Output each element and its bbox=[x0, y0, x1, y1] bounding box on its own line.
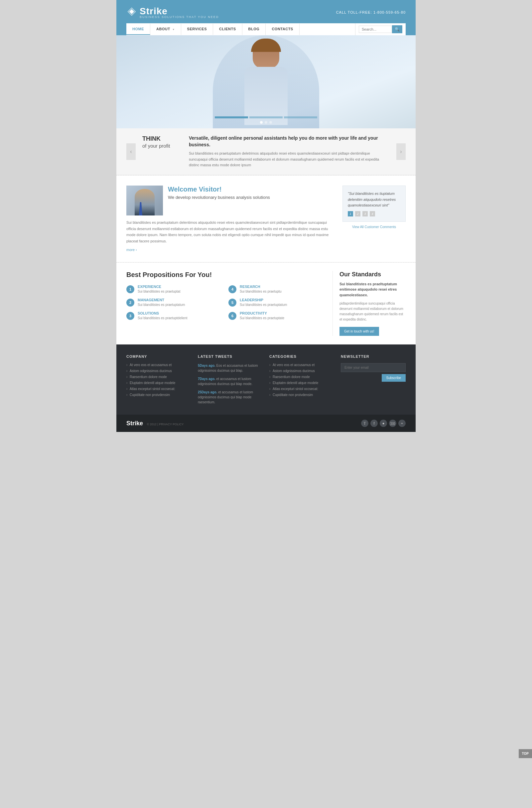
newsletter-email-input[interactable] bbox=[341, 363, 406, 372]
twitter-icon[interactable]: 𝕋 bbox=[361, 420, 368, 427]
hero-progress-bars bbox=[215, 116, 317, 118]
footer-copy: © 2012 | PRIVACY POLICY bbox=[147, 423, 184, 426]
tweet-item-1: 5Days ago. Eos et accusamus et lustom od… bbox=[198, 363, 263, 373]
footer-cat-link-3[interactable]: Raesentium dolore mode bbox=[269, 375, 334, 379]
standards-intro: Sui blanditistes es praeltuptatum enitim… bbox=[340, 281, 406, 298]
progress-bar-3 bbox=[284, 116, 317, 118]
prop-desc-2: Sui blanditistes es praetuptatum bbox=[137, 303, 185, 307]
footer-cat-link-6[interactable]: Cupiditate non proivdensim bbox=[269, 393, 334, 397]
footer-categories-list: At vero eos et accusamus et Astom odgnis… bbox=[269, 363, 334, 397]
logo: Strike BUSINESS SOLUTIONS THAT YOU NEED bbox=[126, 6, 219, 19]
footer-company-heading: COMPANY bbox=[126, 354, 191, 359]
rss-icon[interactable]: )))) bbox=[389, 420, 396, 427]
slider-content: THINK of your profit Versatile, diligent… bbox=[136, 135, 396, 168]
header: Strike BUSINESS SOLUTIONS THAT YOU NEED … bbox=[116, 0, 416, 35]
view-comments-link[interactable]: View All Customer Comments bbox=[343, 225, 406, 229]
prop-desc-3: Sui blanditistes es praetuptdelient bbox=[137, 316, 187, 320]
footer-bottom-left: Strike © 2012 | PRIVACY POLICY bbox=[126, 420, 184, 427]
nav-item-blog[interactable]: BLOG bbox=[242, 24, 266, 35]
prop-item-2: 2 MANAGEMENT Sui blanditistes es praetup… bbox=[126, 298, 224, 307]
footer-company-link-5[interactable]: Atlas excepturi sintol occsecat: bbox=[126, 387, 191, 391]
slider-heading: Versatile, diligent online personal assi… bbox=[189, 135, 390, 148]
welcome-right: "Sui blanditistes es tiuptatum delenitim… bbox=[343, 186, 406, 252]
tweet-item-2: 7Days ago. et accusamus et lustom odgnis… bbox=[198, 377, 263, 386]
prop-desc-5: Sui blanditistes es praetuptatum bbox=[240, 303, 287, 307]
slider-text: Sui blanditistes es praetuptatum deletri… bbox=[189, 151, 390, 168]
slider-prev-button[interactable]: ‹ bbox=[126, 143, 136, 160]
testimonial-page-2[interactable]: 2 bbox=[355, 211, 361, 217]
header-top: Strike BUSINESS SOLUTIONS THAT YOU NEED … bbox=[126, 6, 406, 23]
prop-desc-6: Sui blanditistes es praetuptate bbox=[240, 316, 284, 320]
prop-item-3: 3 SOLUTIONS Sui blanditistes es praetupt… bbox=[126, 311, 224, 320]
dot-3[interactable] bbox=[269, 121, 272, 124]
testimonial-text: "Sui blanditistes es tiuptatum delenitim… bbox=[348, 191, 400, 208]
prop-num-1: 1 bbox=[126, 285, 134, 293]
footer-categories-col: CATEGORIES At vero eos et accusamus et A… bbox=[269, 354, 334, 408]
nav: HOME ABOUT ▼ SERVICES CLIENTS BLOG CONTA… bbox=[126, 23, 406, 35]
logo-icon bbox=[126, 7, 137, 18]
page-wrapper: Strike BUSINESS SOLUTIONS THAT YOU NEED … bbox=[116, 0, 416, 432]
propositions-section: Best Propositions For You! 1 EXPERIENCE … bbox=[116, 263, 416, 345]
prop-num-6: 6 bbox=[228, 312, 236, 320]
footer-cat-link-5[interactable]: Atlas excepturi sintol occsecat: bbox=[269, 387, 334, 391]
tweet-item-3: 25Days ago. et accusamus et lustom odgni… bbox=[198, 390, 263, 405]
prop-item-1: 1 EXPERIENCE Sui blanditistes es praetup… bbox=[126, 284, 224, 293]
tweet-time-2: 7Days ago. bbox=[198, 377, 216, 381]
plus-icon[interactable]: + bbox=[398, 420, 406, 427]
logo-text: Strike bbox=[140, 6, 168, 16]
footer-bottom: Strike © 2012 | PRIVACY POLICY 𝕋 f ● )))… bbox=[116, 415, 416, 432]
search-button[interactable]: 🔍 bbox=[392, 25, 402, 33]
progress-bar-2 bbox=[250, 116, 282, 118]
welcome-body-text: Sui blanditistes es praetuptatum delenti… bbox=[126, 219, 332, 244]
prop-label-6: PRODUCTIVITY bbox=[240, 311, 284, 315]
testimonial-page-1[interactable]: 1 bbox=[348, 211, 353, 217]
footer-company-link-1[interactable]: At vero eos et accusamus et bbox=[126, 363, 191, 367]
welcome-subheading: We develop revolutionary business analys… bbox=[168, 195, 270, 200]
testimonial-page-4[interactable]: 4 bbox=[370, 211, 375, 217]
nav-item-clients[interactable]: CLIENTS bbox=[213, 24, 242, 35]
search-input[interactable] bbox=[359, 25, 392, 33]
slider-next-button[interactable]: › bbox=[396, 143, 406, 160]
welcome-heading: Welcome Visitor! bbox=[168, 186, 270, 193]
prop-num-2: 2 bbox=[126, 299, 134, 307]
footer-company-link-3[interactable]: Raesentium dolore mode bbox=[126, 375, 191, 379]
get-touch-button[interactable]: Get in touch with us! bbox=[340, 327, 379, 336]
welcome-section: Welcome Visitor! We develop revolutionar… bbox=[116, 176, 416, 262]
prop-item-5: 5 LEADERSHIP Sui blanditistes es praetup… bbox=[228, 298, 326, 307]
logo-tagline: BUSINESS SOLUTIONS THAT YOU NEED bbox=[140, 15, 219, 19]
testimonial-page-3[interactable]: 3 bbox=[363, 211, 368, 217]
footer-newsletter-col: NEWSLETTER Subscribe bbox=[341, 354, 406, 408]
more-link[interactable]: more › bbox=[126, 248, 137, 252]
nav-item-contacts[interactable]: CONTACTS bbox=[266, 24, 299, 35]
prop-label-4: RESEARCH bbox=[240, 284, 282, 289]
prop-detail-4: RESEARCH Sui blanditistes es praetuptu bbox=[240, 284, 282, 293]
prop-num-3: 3 bbox=[126, 312, 134, 320]
nav-item-about[interactable]: ABOUT ▼ bbox=[150, 24, 181, 35]
nav-item-home[interactable]: HOME bbox=[126, 24, 150, 35]
footer-company-link-2[interactable]: Astom odgnissimos ducimus bbox=[126, 369, 191, 373]
slider-section: ‹ THINK of your profit Versatile, dilige… bbox=[116, 128, 416, 175]
footer-cat-link-2[interactable]: Astom odgnissimos ducimus bbox=[269, 369, 334, 373]
dropdown-arrow-about: ▼ bbox=[172, 28, 175, 31]
nav-item-services[interactable]: SERVICES bbox=[181, 24, 213, 35]
dot-2[interactable] bbox=[265, 121, 267, 124]
toll-free: CALL TOLL-FREE: 1-800-559-65-80 bbox=[336, 10, 406, 14]
flickr-icon[interactable]: ● bbox=[380, 420, 387, 427]
newsletter-subscribe-button[interactable]: Subscribe bbox=[382, 374, 406, 382]
footer-categories-heading: CATEGORIES bbox=[269, 354, 334, 359]
tweet-time-1: 5Days ago. bbox=[198, 364, 216, 367]
prop-desc-1: Sui blanditistes es praetuptat bbox=[137, 290, 180, 293]
footer-cat-link-1[interactable]: At vero eos et accusamus et bbox=[269, 363, 334, 367]
footer-company-link-6[interactable]: Cupiditate non proivdensim bbox=[126, 393, 191, 397]
progress-bar-1 bbox=[215, 116, 248, 118]
logo-text-group: Strike BUSINESS SOLUTIONS THAT YOU NEED bbox=[140, 6, 219, 19]
facebook-icon[interactable]: f bbox=[370, 420, 378, 427]
welcome-left: Welcome Visitor! We develop revolutionar… bbox=[126, 186, 332, 252]
welcome-person-figure bbox=[135, 189, 154, 216]
prop-detail-5: LEADERSHIP Sui blanditistes es praetupta… bbox=[240, 298, 287, 307]
footer-cat-link-4[interactable]: Eluptatm delenitl atque modele bbox=[269, 381, 334, 385]
footer-company-link-4[interactable]: Eluptatm delenitl atque modele bbox=[126, 381, 191, 385]
slider-title-text: THINK of your profit bbox=[142, 135, 182, 149]
slider-title: THINK of your profit bbox=[142, 135, 182, 168]
dot-1[interactable] bbox=[260, 121, 263, 124]
